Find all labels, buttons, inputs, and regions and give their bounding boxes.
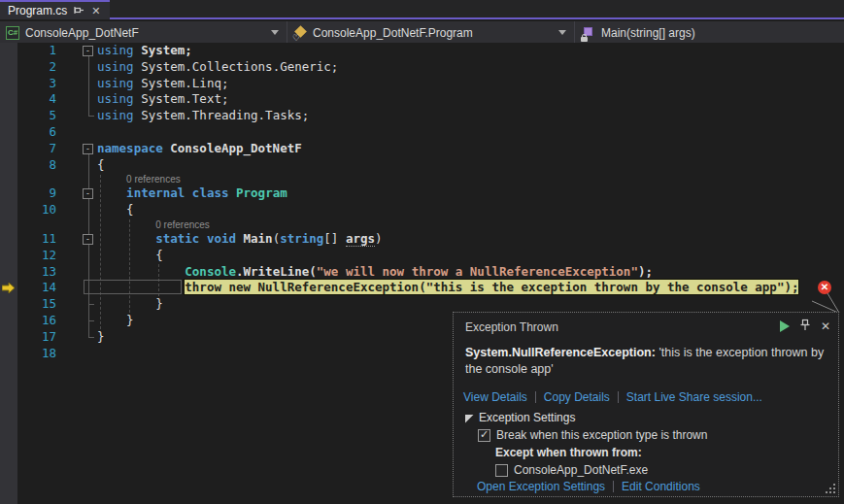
pin-icon-glyph [799, 319, 811, 331]
code-line[interactable]: 1-using System; [0, 43, 844, 59]
code-text: { [97, 248, 163, 264]
project-dropdown[interactable]: C# ConsoleApp_DotNetF [0, 21, 287, 44]
line-number: 3 [17, 76, 56, 92]
link-separator [618, 391, 619, 403]
close-icon[interactable]: ✕ [821, 319, 830, 333]
line-number: 2 [17, 59, 56, 76]
code-line[interactable]: 12 { [0, 248, 844, 264]
line-number: 4 [17, 91, 56, 108]
code-text: } [97, 296, 163, 313]
exception-message: System.NullReferenceException: 'this is … [465, 345, 830, 378]
code-line[interactable]: 7-namespace ConsoleApp_DotNetF [0, 141, 844, 157]
class-icon: ♡ [293, 26, 307, 40]
code-text: { [97, 157, 105, 174]
copy-details-link[interactable]: Copy Details [544, 390, 610, 404]
chevron-down-icon[interactable] [271, 30, 279, 35]
code-line[interactable]: 3using System.Linq; [0, 76, 844, 92]
popup-title: Exception Thrown [465, 320, 558, 334]
current-statement-highlight: throw new NullReferenceException("this i… [185, 280, 798, 294]
code-line[interactable]: 5using System.Threading.Tasks; [0, 108, 844, 124]
fold-toggle[interactable]: - [83, 46, 93, 56]
line-number: 14 [17, 280, 56, 296]
exception-thrown-popup: Exception Thrown ✕ System.NullReferenceE… [453, 312, 839, 497]
code-text: internal class Program [97, 185, 287, 202]
line-number: 6 [17, 124, 56, 141]
break-when-thrown-label: Break when this exception type is thrown [496, 428, 707, 442]
break-when-thrown-checkbox[interactable] [478, 429, 490, 442]
code-text: using System; [97, 43, 192, 59]
code-text: } [97, 313, 134, 329]
code-line[interactable]: 9- internal class Program [0, 185, 844, 202]
module-exclusion-label: ConsoleApp_DotNetF.exe [514, 463, 648, 477]
fold-toggle[interactable]: - [83, 234, 93, 245]
line-number: 18 [17, 346, 56, 362]
edit-conditions-link[interactable]: Edit Conditions [622, 480, 700, 493]
code-text: static void Main(string[] args) [97, 231, 383, 248]
line-number: 8 [17, 157, 56, 174]
pin-icon[interactable] [74, 6, 84, 17]
link-separator [535, 391, 536, 403]
except-when-thrown-label: Except when thrown from: [495, 446, 642, 459]
code-text: } [97, 329, 105, 346]
document-tab-strip: Program.cs ✕ [0, 0, 844, 19]
code-line[interactable]: 6 [0, 124, 844, 141]
chevron-down-icon[interactable] [558, 30, 566, 35]
start-live-share-link[interactable]: Start Live Share session... [626, 390, 762, 404]
code-text: throw new NullReferenceException("this i… [97, 280, 798, 296]
line-number: 9 [17, 185, 56, 202]
link-separator [613, 481, 614, 492]
codelens-references-link[interactable]: 0 references [126, 173, 181, 185]
line-number: 1 [17, 43, 56, 59]
line-number: 16 [17, 313, 56, 329]
line-number: 7 [17, 141, 56, 157]
current-statement-arrow-icon [2, 282, 16, 299]
line-number: 5 [17, 108, 56, 124]
code-line[interactable]: 4using System.Text; [0, 91, 844, 108]
open-exception-settings-link[interactable]: Open Exception Settings [477, 480, 605, 493]
line-number: 11 [17, 231, 56, 248]
fold-toggle[interactable]: - [83, 188, 93, 199]
code-line[interactable]: 11- static void Main(string[] args) [0, 231, 844, 248]
code-line[interactable]: 8{ [0, 157, 844, 174]
pin-icon-glyph [74, 6, 84, 17]
internal-modifier-icon: ♡ [292, 34, 300, 43]
code-line[interactable]: 10 { [0, 202, 844, 218]
type-dropdown-label: ConsoleApp_DotNetF.Program [313, 26, 473, 40]
line-number: 15 [17, 296, 56, 313]
code-line[interactable]: 15 } [0, 296, 844, 313]
pin-icon[interactable] [799, 319, 811, 334]
exception-error-icon[interactable]: ✕ [818, 281, 831, 294]
tab-title: Program.cs [8, 4, 67, 17]
line-number: 17 [17, 329, 56, 346]
method-icon [581, 26, 595, 40]
line-number: 12 [17, 248, 56, 264]
resize-grip[interactable] [826, 484, 836, 494]
code-line[interactable]: 2using System.Collections.Generic; [0, 59, 844, 76]
code-line[interactable]: 14 throw new NullReferenceException("thi… [0, 280, 844, 296]
codelens-row[interactable]: 0 references [0, 218, 844, 231]
view-details-link[interactable]: View Details [463, 390, 527, 404]
code-line[interactable]: 13 Console.WriteLine("we will now throw … [0, 264, 844, 281]
member-dropdown[interactable]: Main(string[] args) [575, 21, 844, 44]
fold-toggle[interactable]: - [83, 144, 93, 154]
code-text: using System.Text; [97, 91, 228, 108]
continue-execution-icon[interactable] [780, 320, 790, 332]
project-dropdown-label: ConsoleApp_DotNetF [25, 26, 139, 40]
exception-type: System.NullReferenceException: [465, 346, 656, 359]
close-icon[interactable]: ✕ [91, 6, 100, 17]
codelens-row[interactable]: 0 references [0, 173, 844, 185]
code-text: using System.Linq; [97, 76, 228, 92]
line-number: 13 [17, 264, 56, 281]
private-lock-icon [581, 37, 588, 42]
type-dropdown[interactable]: ♡ ConsoleApp_DotNetF.Program [287, 21, 575, 44]
collapse-expander-icon[interactable] [465, 415, 474, 423]
tab-program-cs[interactable]: Program.cs ✕ [0, 0, 110, 19]
codelens-references-link[interactable]: 0 references [155, 218, 210, 231]
visual-studio-editor-window: Program.cs ✕ C# ConsoleApp_DotNetF ♡ [0, 0, 844, 504]
module-exclusion-checkbox[interactable] [495, 464, 508, 477]
csharp-project-icon: C# [6, 26, 19, 40]
code-text: namespace ConsoleApp_DotNetF [97, 141, 302, 157]
code-text: using System.Collections.Generic; [97, 59, 338, 76]
code-text: using System.Threading.Tasks; [97, 108, 309, 124]
line-number: 10 [17, 202, 56, 218]
